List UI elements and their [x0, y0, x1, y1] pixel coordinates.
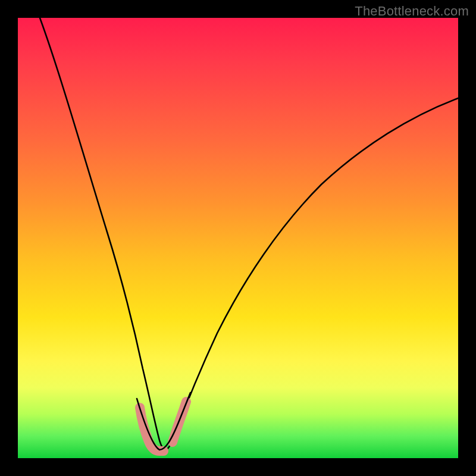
plot-area: [18, 18, 458, 458]
curve-layer: [18, 18, 458, 458]
bottleneck-curve: [40, 18, 458, 450]
highlight-left: [140, 408, 164, 451]
chart-frame: TheBottleneck.com: [0, 0, 476, 476]
watermark-label: TheBottleneck.com: [355, 4, 469, 19]
